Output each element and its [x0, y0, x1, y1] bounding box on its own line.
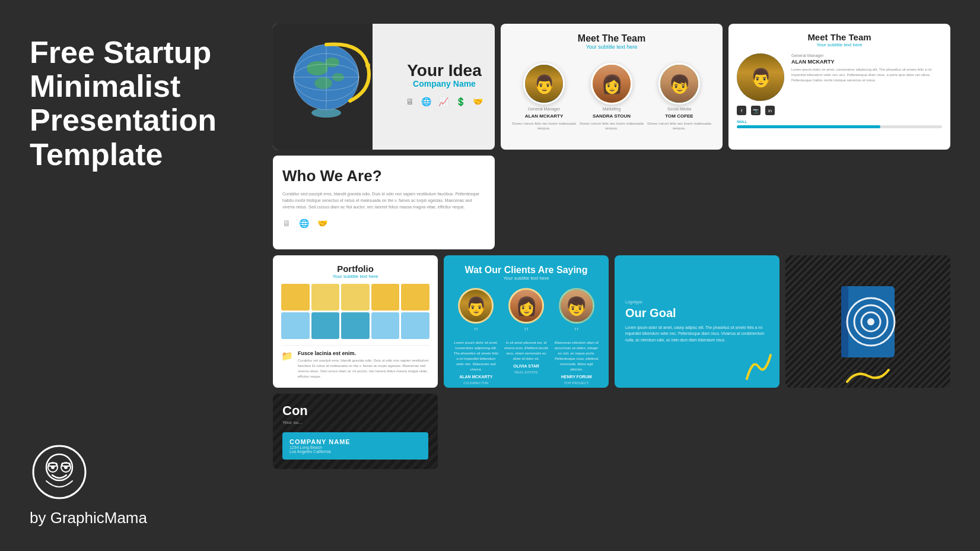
slide-our-goal[interactable]: Logotype Our Goal Lorem ipsum dolor sit …: [615, 255, 779, 388]
meet-team-white-subtitle: Your subtitle text here: [737, 42, 942, 48]
client-role-3: TOP PROJECT: [564, 381, 589, 385]
clients-header: Wat Our Clients Are Saying Your subtitle…: [453, 265, 599, 281]
book-svg: [832, 280, 903, 363]
member-desc-2: Donec rutrum felis nec lorem malesuada t…: [578, 121, 645, 131]
clients-title: Wat Our Clients Are Saying: [453, 265, 599, 276]
dollar-icon: 💲: [456, 97, 466, 106]
member-desc-1: Donec rutrum felis nec lorem malesuada t…: [510, 121, 578, 131]
portfolio-desc: 📁 Fusce lacinia est enim. Curabitur vel …: [281, 345, 429, 379]
client-role-1: CO-DIRECTOR: [463, 381, 488, 385]
client-role-2: REAL ESTATE: [514, 370, 538, 374]
page-container: Free Startup Minimalist Presentation Tem…: [0, 0, 980, 551]
bottom-row: Portfolio Your subtitle text here: [273, 255, 950, 469]
member-desc-3: Donec rutrum felis nec lorem malesuada t…: [645, 121, 713, 131]
skill-label: SKILL: [737, 120, 942, 124]
member-name-3: TOM COFEE: [665, 113, 693, 119]
client-avatar-2: 👩: [508, 288, 544, 324]
hand-icon: 🤝: [473, 97, 483, 106]
client-review-1: 👨 " Lorem ipsum dolor sit amet, consecte…: [453, 288, 499, 385]
team-members-dark: 👨 General Manager ALAN MCKARTY Donec rut…: [510, 63, 713, 131]
slide-dark-book[interactable]: [785, 255, 950, 388]
team-member-horizontal: 👨 General Manager ALAN MCKARTY Lorem ips…: [737, 53, 942, 101]
team-member-2: 👩 Marketing SANDRA STOUN Donec rutrum fe…: [578, 63, 645, 131]
contact-address-2: Los Angeles California: [289, 449, 421, 454]
client-name-1: ALAN MCKARTY: [459, 375, 492, 379]
linkedin-icon: in: [765, 106, 775, 115]
portfolio-folder-icon: 📁: [281, 350, 293, 379]
quote-mark-3: ": [574, 326, 578, 338]
your-idea-text: Your Idea Company Name 🖥 🌐 📈 💲 🤝: [406, 62, 483, 106]
client-avatar-3: 👦: [559, 288, 594, 324]
globe-svg: [279, 30, 374, 125]
face-alan: 👨: [525, 65, 563, 103]
slide-clients[interactable]: Wat Our Clients Are Saying Your subtitle…: [444, 255, 609, 388]
client-face-3: 👦: [561, 290, 593, 322]
alan-role: General Manager: [791, 53, 942, 58]
port-cell-8: [341, 312, 370, 339]
svg-point-1: [46, 454, 72, 480]
meet-team-white-title: Meet The Team: [737, 32, 942, 42]
member-name-1: ALAN MCKARTY: [525, 113, 563, 119]
mascot-icon: [30, 442, 89, 502]
portfolio-desc-body: Curabitur vel suscipit eros, blandit gra…: [298, 358, 429, 379]
port-cell-2: [311, 284, 340, 311]
your-idea-title: Your Idea: [406, 62, 483, 79]
who-we-are-title: Who We Are?: [282, 167, 485, 185]
meet-team-dark-title: Meet The Team: [510, 33, 713, 44]
client-review-3: 👦 " Maecenas interdum diam id accumsan s…: [553, 288, 599, 385]
slide-meet-team-dark[interactable]: Meet The Team Your subtitle text here 👨 …: [501, 24, 723, 150]
book-squiggle: [844, 367, 892, 385]
wwa-globe-icon: 🌐: [299, 218, 309, 228]
skill-track: [737, 125, 942, 128]
face-sandra: 👩: [593, 65, 631, 103]
port-cell-1: [281, 284, 310, 311]
avatar-tom: 👦: [658, 63, 700, 104]
globe-area: [279, 30, 374, 125]
brand-area: by GraphicMama: [30, 442, 255, 527]
team-member-1: 👨 General Manager ALAN MCKARTY Donec rut…: [510, 63, 578, 131]
contact-address-1: 1234 Long Beach: [289, 445, 421, 449]
og-logotype: Logotype: [625, 300, 769, 304]
port-cell-7: [311, 312, 340, 339]
slide-contact[interactable]: Con Your su... COMPANY NAME 1234 Long Be…: [273, 394, 438, 469]
slide-meet-team-white[interactable]: Meet The Team Your subtitle text here 👨 …: [728, 24, 950, 150]
port-cell-9: [371, 312, 400, 339]
avatar-sandra: 👩: [591, 63, 632, 104]
client-name-3: HENRY FORUM: [561, 375, 592, 379]
chart-icon: 📈: [438, 97, 448, 106]
avatar-alan: 👨: [523, 63, 565, 104]
client-face-2: 👩: [510, 290, 542, 322]
svg-point-13: [314, 77, 332, 89]
svg-point-12: [325, 58, 339, 67]
portfolio-subtitle: Your subtitle text here: [281, 274, 429, 279]
client-quote-3: Maecenas interdum diam id accumsan se-da…: [553, 340, 599, 372]
slide-your-idea[interactable]: Your Idea Company Name 🖥 🌐 📈 💲 🤝: [273, 24, 495, 150]
team-member-3: 👦 Social Media TOM COFEE Donec rutrum fe…: [645, 63, 713, 131]
port-cell-3: [341, 284, 370, 311]
client-review-2: 👩 " In sit amet placerat est, id viverra…: [504, 288, 549, 385]
portfolio-grid: [281, 284, 429, 339]
alan-info: General Manager ALAN MCKARTY Lorem ipsum…: [791, 53, 942, 101]
client-reviews: 👨 " Lorem ipsum dolor sit amet, consecte…: [453, 288, 599, 385]
slide-portfolio[interactable]: Portfolio Your subtitle text here: [273, 255, 438, 388]
main-title-area: Free Startup Minimalist Presentation Tem…: [30, 36, 255, 195]
member-role-2: Marketing: [603, 107, 621, 111]
slide-who-we-are[interactable]: Who We Are? Curabitur sed suscipit eros,…: [273, 156, 495, 249]
facebook-icon: f: [737, 106, 746, 115]
quote-mark-2: ": [524, 326, 528, 338]
client-quote-1: Lorem ipsum dolor sit amet, consectetur …: [453, 340, 499, 372]
port-cell-4: [371, 284, 400, 311]
slides-container: Your Idea Company Name 🖥 🌐 📈 💲 🤝 Meet Th…: [273, 24, 950, 527]
portfolio-desc-text: Fusce lacinia est enim. Curabitur vel su…: [298, 350, 429, 379]
skill-bar: SKILL: [737, 120, 942, 128]
face-alan-white: 👨: [737, 53, 784, 101]
face-tom: 👦: [660, 65, 698, 103]
globe-icon: 🌐: [421, 97, 431, 106]
top-row: Your Idea Company Name 🖥 🌐 📈 💲 🤝 Meet Th…: [273, 24, 950, 249]
contact-subtitle: Your su...: [282, 420, 428, 425]
portfolio-title: Portfolio: [281, 264, 429, 274]
svg-rect-6: [49, 463, 57, 466]
your-idea-icons: 🖥 🌐 📈 💲 🤝: [406, 97, 483, 106]
contact-title: Con: [282, 403, 428, 419]
instagram-icon: 📷: [751, 106, 761, 115]
